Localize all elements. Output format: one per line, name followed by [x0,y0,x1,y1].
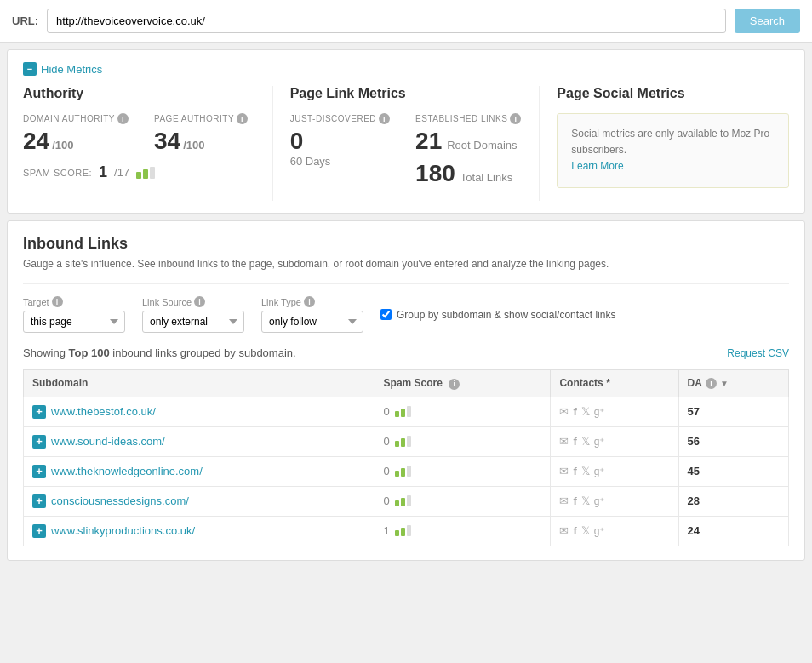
expand-icon[interactable]: + [32,465,46,478]
inbound-links-panel: Inbound Links Gauge a site's influence. … [7,220,805,561]
target-select[interactable]: this page this subdomain this root domai… [23,311,125,333]
total-links-row: 180 Total Links [415,160,521,187]
link-source-filter: Link Source i only external only interna… [142,296,244,333]
authority-section: Authority DOMAIN AUTHORITY i 24/100 PAGE… [23,86,273,201]
mini-bars [395,466,411,477]
expand-icon[interactable]: + [32,405,46,419]
search-button[interactable]: Search [735,9,800,33]
subdomain-link[interactable]: www.sound-ideas.com/ [51,435,165,448]
googleplus-icon[interactable]: g⁺ [594,436,605,448]
just-discovered-label: JUST-DISCOVERED i [290,113,390,124]
contacts-cell: ✉ f 𝕏 g⁺ [551,426,678,456]
url-input[interactable] [47,9,726,33]
spam-score-col-info-icon[interactable]: i [449,379,460,390]
mini-bars [395,495,411,506]
googleplus-icon[interactable]: g⁺ [594,406,605,418]
googleplus-icon[interactable]: g⁺ [594,525,605,537]
mini-bar-3 [407,495,411,506]
spam-score-value: 0 [384,465,390,477]
subdomain-link[interactable]: www.slinkyproductions.co.uk/ [51,524,195,537]
target-info-icon[interactable]: i [52,296,63,307]
table-row: + www.theknowledgeonline.com/ 0 ✉ f 𝕏 g⁺… [24,456,789,486]
domain-authority-label: DOMAIN AUTHORITY i [23,113,129,124]
da-sort-icon[interactable]: ▼ [720,379,729,388]
da-cell: 28 [678,486,788,516]
mini-bar-2 [401,498,405,506]
mini-bars [395,406,411,417]
established-links-info-icon[interactable]: i [510,113,521,124]
spam-score-row: SPAM SCORE: 1 /17 [23,163,255,181]
just-discovered-info-icon[interactable]: i [379,113,390,124]
facebook-icon[interactable]: f [573,494,576,507]
link-type-select[interactable]: only follow only nofollow all links [261,311,363,333]
group-by-checkbox[interactable] [380,309,392,320]
mini-bar-2 [401,468,405,477]
learn-more-link[interactable]: Learn More [571,160,623,172]
twitter-icon[interactable]: 𝕏 [581,405,590,418]
filters-row: Target i this page this subdomain this r… [23,296,789,333]
just-discovered: JUST-DISCOVERED i 0 60 Days [290,113,390,192]
googleplus-icon[interactable]: g⁺ [594,466,605,477]
da-col-info-icon[interactable]: i [706,378,717,389]
spam-bar-3 [150,167,155,179]
col-da: DA i ▼ [678,370,788,397]
page-authority-value: 34/100 [154,128,248,155]
spam-value: 1 [99,163,107,181]
link-type-label: Link Type i [261,296,363,307]
spam-score-value: 0 [384,435,390,448]
spam-score-cell: 1 [375,516,551,546]
expand-icon[interactable]: + [32,524,46,538]
facebook-icon[interactable]: f [573,465,576,477]
spam-bar-1 [136,172,141,179]
page-authority-info-icon[interactable]: i [237,113,248,124]
spam-bar-2 [143,169,148,179]
target-filter: Target i this page this subdomain this r… [23,296,125,333]
facebook-icon[interactable]: f [573,405,576,418]
established-links: ESTABLISHED LINKS i 21 Root Domains 180 … [415,113,521,192]
link-source-info-icon[interactable]: i [194,296,205,307]
table-row: + consciousnessdesigns.com/ 0 ✉ f 𝕏 g⁺ 2… [24,486,789,516]
twitter-icon[interactable]: 𝕏 [581,524,590,537]
link-type-info-icon[interactable]: i [304,296,315,307]
domain-authority-info-icon[interactable]: i [117,113,129,124]
link-source-select[interactable]: only external only internal all links [142,311,244,333]
established-links-label: ESTABLISHED LINKS i [415,113,521,124]
spam-score-value: 0 [384,494,390,507]
subdomain-link[interactable]: consciousnessdesigns.com/ [51,494,189,507]
mini-bar-1 [395,530,399,536]
spam-label: SPAM SCORE: [23,168,92,178]
email-icon[interactable]: ✉ [559,494,569,507]
googleplus-icon[interactable]: g⁺ [594,495,605,507]
mini-bars [395,436,411,447]
email-icon[interactable]: ✉ [559,524,569,537]
just-discovered-value: 0 [290,128,390,155]
social-metrics-message: Social metrics are only available to Moz… [571,128,769,156]
request-csv-link[interactable]: Request CSV [727,347,789,359]
facebook-icon[interactable]: f [573,435,576,448]
da-cell: 24 [678,516,788,546]
mini-bar-3 [407,406,411,417]
subdomain-link[interactable]: www.theknowledgeonline.com/ [51,465,203,477]
total-links-value: 180 [415,160,455,187]
da-cell: 56 [678,426,788,456]
page-authority: PAGE AUTHORITY i 34/100 [154,113,248,155]
mini-bar-1 [395,471,399,477]
top-bar: URL: Search [0,0,812,43]
mini-bar-3 [407,436,411,447]
domain-authority-value: 24/100 [23,128,129,155]
expand-icon[interactable]: + [32,435,46,449]
email-icon[interactable]: ✉ [559,465,569,477]
email-icon[interactable]: ✉ [559,435,569,448]
subdomain-link[interactable]: www.thebestof.co.uk/ [51,405,156,418]
hide-metrics-button[interactable]: − Hide Metrics [23,62,789,76]
twitter-icon[interactable]: 𝕏 [581,435,590,448]
url-label: URL: [12,14,38,27]
da-cell: 57 [678,397,788,426]
hide-metrics-label: Hide Metrics [41,63,102,76]
facebook-icon[interactable]: f [573,524,576,537]
twitter-icon[interactable]: 𝕏 [581,465,590,477]
link-metrics-row: JUST-DISCOVERED i 0 60 Days ESTABLISHED … [290,113,523,192]
twitter-icon[interactable]: 𝕏 [581,494,590,507]
email-icon[interactable]: ✉ [559,405,569,418]
expand-icon[interactable]: + [32,494,46,508]
